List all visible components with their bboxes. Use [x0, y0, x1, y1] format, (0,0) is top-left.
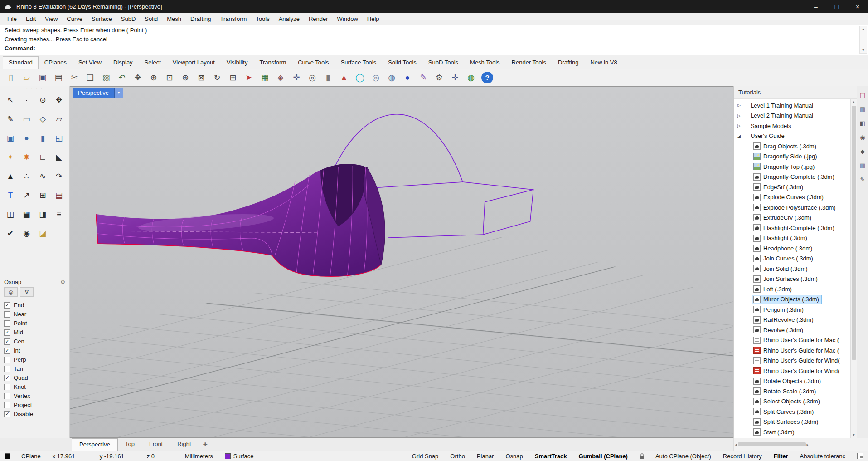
- tutorial-item[interactable]: Rhino User's Guide for Mac (: [736, 335, 849, 346]
- tab-surface-tools[interactable]: Surface Tools: [335, 56, 383, 69]
- menu-analyze[interactable]: Analyze: [274, 14, 304, 24]
- select-pointer-icon[interactable]: ↖: [4, 93, 17, 107]
- menu-curve[interactable]: Curve: [62, 14, 87, 24]
- units-pane[interactable]: Millimeters: [185, 453, 213, 460]
- panel-toggle-icon[interactable]: [857, 453, 863, 459]
- viewport-title[interactable]: Perspective: [73, 88, 114, 98]
- menu-tools[interactable]: Tools: [251, 14, 274, 24]
- tutorial-item[interactable]: Flashlight-Complete (.3dm): [736, 223, 849, 233]
- tutorial-item[interactable]: ▷ Sample Models: [736, 121, 849, 131]
- shear-icon[interactable]: ▱: [52, 112, 66, 126]
- set-view-icon[interactable]: ➤: [242, 71, 256, 84]
- scroll-up-icon[interactable]: ▲: [862, 27, 865, 31]
- osnap-cen[interactable]: Cen: [4, 338, 65, 345]
- plugin-icon[interactable]: ✦: [4, 150, 17, 164]
- tutorial-item[interactable]: Start (.3dm): [736, 427, 849, 437]
- menu-help[interactable]: Help: [363, 14, 384, 24]
- surface-icon[interactable]: ◱: [52, 131, 66, 145]
- lock-toolbar-icon[interactable]: ▮: [321, 71, 335, 84]
- open-file-icon[interactable]: ▱: [19, 71, 34, 84]
- rendering-panel-icon[interactable]: ◆: [858, 147, 867, 155]
- check-icon[interactable]: ✔: [4, 226, 17, 240]
- scroll-up-icon[interactable]: ▲: [852, 99, 855, 105]
- menu-transform[interactable]: Transform: [216, 14, 252, 24]
- tutorial-item[interactable]: Split Curves (.3dm): [736, 407, 849, 417]
- tutorial-item[interactable]: Rhino User's Guide for Wind(: [736, 356, 849, 366]
- zoom-extents-icon[interactable]: ⊠: [194, 71, 209, 84]
- save-icon[interactable]: ▣: [35, 71, 50, 84]
- tab-visibility[interactable]: Visibility: [221, 56, 254, 69]
- explode-icon[interactable]: ✸: [20, 150, 34, 164]
- osnap-tan[interactable]: Tan: [4, 365, 65, 373]
- checkbox[interactable]: [4, 402, 10, 408]
- osnap-int[interactable]: Int: [4, 347, 65, 354]
- gumball-pane[interactable]: Gumball (CPlane): [579, 453, 628, 460]
- render-icon[interactable]: ▲: [337, 71, 351, 84]
- checkbox[interactable]: [4, 384, 10, 390]
- planar-pane[interactable]: Planar: [477, 453, 494, 460]
- zoom-window-icon[interactable]: ⊡: [162, 71, 177, 84]
- cplane-pane[interactable]: CPlane: [21, 453, 41, 460]
- tutorial-item[interactable]: Rhino User's Guide for Mac (: [736, 345, 849, 356]
- chamfer-icon[interactable]: ◣: [52, 150, 66, 164]
- command-history[interactable]: Select sweep shapes. Press Enter when do…: [0, 25, 868, 55]
- scrollbar-thumb[interactable]: [738, 442, 806, 446]
- array-icon[interactable]: ∴: [20, 169, 34, 183]
- tutorial-item[interactable]: ▷ Level 2 Training Manual: [736, 111, 849, 121]
- scrollbar-thumb[interactable]: [852, 106, 856, 360]
- torus-tool-icon[interactable]: ◎: [369, 71, 383, 84]
- box-icon[interactable]: ▣: [4, 131, 17, 145]
- menu-subd[interactable]: SubD: [116, 14, 141, 24]
- menu-edit[interactable]: Edit: [21, 14, 40, 24]
- maximize-button[interactable]: □: [826, 0, 847, 13]
- tab-curve-tools[interactable]: Curve Tools: [292, 56, 335, 69]
- circle-tool-icon[interactable]: ◯: [353, 71, 367, 84]
- tutorial-item[interactable]: Rotate-Scale (.3dm): [736, 386, 849, 397]
- fillet-icon[interactable]: ∟: [36, 150, 49, 164]
- osnap-near[interactable]: Near: [4, 310, 65, 318]
- copy-icon[interactable]: ❏: [83, 71, 97, 84]
- checkbox[interactable]: [4, 411, 10, 417]
- materials-panel-icon[interactable]: ◉: [858, 133, 867, 141]
- checkbox[interactable]: [4, 357, 10, 363]
- split-view-icon[interactable]: ◨: [36, 207, 49, 221]
- tutorials-hscrollbar[interactable]: ◂ ▸: [733, 438, 868, 451]
- annotate-icon[interactable]: ✎: [416, 71, 431, 84]
- tutorial-item[interactable]: ExtrudeCrv (.3dm): [736, 213, 849, 223]
- menu-window[interactable]: Window: [333, 14, 363, 24]
- menu-surface[interactable]: Surface: [87, 14, 116, 24]
- lock-icon[interactable]: [640, 453, 645, 459]
- osnap-settings-gear-icon[interactable]: ⚙: [60, 279, 65, 285]
- filter-pane[interactable]: Filter: [774, 453, 788, 460]
- record-history-icon[interactable]: ◎: [305, 71, 320, 84]
- pan-icon[interactable]: ✥: [131, 71, 145, 84]
- tab-set-view[interactable]: Set View: [73, 56, 107, 69]
- stack-icon[interactable]: ▤: [52, 188, 66, 202]
- close-button[interactable]: ×: [847, 0, 868, 13]
- point-icon[interactable]: ∙: [20, 93, 34, 107]
- paint-icon[interactable]: ◪: [36, 226, 49, 240]
- tab-mesh-tools[interactable]: Mesh Tools: [464, 56, 506, 69]
- scroll-left-icon[interactable]: ◂: [735, 442, 737, 447]
- options-gear-icon[interactable]: ⚙: [432, 71, 446, 84]
- polygon-icon[interactable]: ◇: [36, 112, 49, 126]
- osnap-pane[interactable]: Osnap: [505, 453, 523, 460]
- blend-icon[interactable]: ∿: [36, 169, 49, 183]
- tab-front[interactable]: Front: [142, 438, 170, 451]
- toolbar-drag-handle[interactable]: · · · ·: [0, 86, 69, 91]
- tab-drafting[interactable]: Drafting: [552, 56, 585, 69]
- tutorial-item[interactable]: Drag Objects (.3dm): [736, 141, 849, 152]
- move-icon[interactable]: ✥: [52, 93, 66, 107]
- tutorial-item[interactable]: Flashlight (.3dm): [736, 233, 849, 244]
- scroll-down-icon[interactable]: ▼: [862, 48, 865, 52]
- osnap-perp[interactable]: Perp: [4, 356, 65, 363]
- menu-drafting[interactable]: Drafting: [186, 14, 216, 24]
- ortho-pane[interactable]: Ortho: [450, 453, 465, 460]
- checkbox[interactable]: [4, 366, 10, 372]
- leader-icon[interactable]: ↗: [20, 188, 34, 202]
- osnap-snap-button[interactable]: ◎: [4, 287, 18, 297]
- tab-render-tools[interactable]: Render Tools: [506, 56, 552, 69]
- align-icon[interactable]: ≡: [52, 207, 66, 221]
- tutorial-item[interactable]: Revolve (.3dm): [736, 325, 849, 335]
- tutorial-item[interactable]: Rhino User's Guide for Wind(: [736, 366, 849, 376]
